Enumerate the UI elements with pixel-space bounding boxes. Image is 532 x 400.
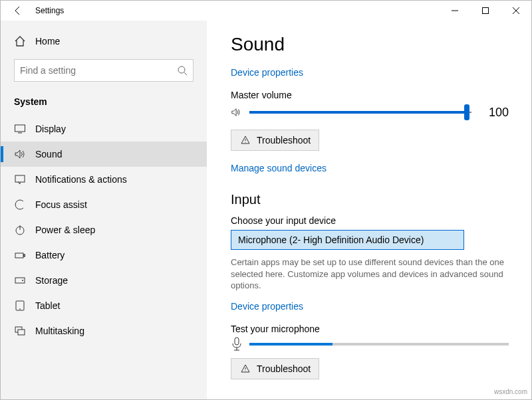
device-properties-link[interactable]: Device properties [231, 67, 303, 78]
test-mic-label: Test your microphone [231, 324, 509, 334]
window-title: Settings [33, 6, 440, 15]
page-title: Sound [231, 34, 509, 55]
button-label: Troubleshoot [257, 135, 311, 146]
svg-rect-8 [15, 175, 25, 182]
sidebar-item-label: Tablet [35, 300, 60, 311]
input-help-text: Certain apps may be set up to use differ… [231, 256, 509, 292]
close-button[interactable] [501, 1, 531, 21]
sidebar-item-label: Sound [35, 149, 62, 159]
power-icon [14, 224, 26, 236]
display-icon [14, 123, 26, 135]
sidebar-item-focus[interactable]: Focus assist [1, 192, 207, 217]
svg-rect-1 [483, 8, 489, 14]
button-label: Troubleshoot [257, 363, 311, 374]
home-icon [14, 35, 26, 47]
back-button[interactable] [3, 1, 33, 21]
maximize-button[interactable] [470, 1, 501, 21]
sidebar-item-sound[interactable]: Sound [1, 142, 207, 167]
volume-value: 100 [478, 106, 509, 120]
storage-icon [14, 274, 26, 286]
master-volume-label: Master volume [231, 90, 509, 100]
watermark: wsxdn.com [494, 388, 527, 395]
input-device-dropdown[interactable]: Microphone (2- High Definition Audio Dev… [231, 230, 464, 250]
svg-rect-11 [15, 253, 23, 258]
choose-input-label: Choose your input device [231, 215, 509, 226]
sidebar-item-notifications[interactable]: Notifications & actions [1, 167, 207, 192]
svg-line-5 [184, 72, 187, 75]
sidebar-item-label: Battery [35, 250, 65, 260]
sidebar-item-label: Multitasking [35, 326, 84, 336]
svg-point-14 [22, 280, 23, 281]
svg-rect-6 [15, 125, 25, 132]
sidebar-item-power[interactable]: Power & sleep [1, 217, 207, 243]
svg-rect-21 [235, 338, 239, 345]
svg-rect-12 [24, 254, 25, 256]
main-panel: Sound Device properties Master volume 10… [207, 21, 531, 399]
home-label: Home [35, 36, 60, 47]
volume-row: 100 [231, 104, 509, 120]
volume-slider[interactable] [249, 104, 471, 120]
home-nav[interactable]: Home [1, 30, 207, 52]
sidebar-item-label: Power & sleep [35, 225, 95, 235]
speaker-icon[interactable] [231, 106, 243, 118]
input-heading: Input [231, 192, 509, 207]
tablet-icon [14, 300, 26, 312]
notifications-icon [14, 173, 26, 185]
manage-sound-link[interactable]: Manage sound devices [231, 163, 327, 173]
sidebar-item-battery[interactable]: Battery [1, 243, 207, 268]
multitasking-icon [14, 325, 26, 337]
sidebar-item-label: Display [35, 124, 66, 134]
svg-point-25 [245, 370, 245, 371]
sidebar-item-label: Notifications & actions [35, 174, 127, 185]
window-body: Home System Display Sound [1, 21, 531, 399]
warning-icon [239, 363, 251, 375]
sound-icon [14, 148, 26, 160]
warning-icon [239, 134, 251, 146]
battery-icon [14, 249, 26, 261]
svg-point-4 [178, 66, 185, 73]
search-box[interactable] [14, 59, 194, 82]
svg-rect-18 [18, 330, 25, 335]
sidebar-item-tablet[interactable]: Tablet [1, 293, 207, 318]
sidebar-item-label: Focus assist [35, 199, 87, 210]
minimize-button[interactable] [440, 1, 470, 21]
search-icon [177, 65, 188, 76]
sidebar-item-multitasking[interactable]: Multitasking [1, 318, 207, 344]
sidebar: Home System Display Sound [1, 21, 207, 399]
settings-window: Settings Home System [0, 0, 532, 400]
svg-point-20 [245, 142, 245, 142]
sidebar-item-display[interactable]: Display [1, 116, 207, 142]
mic-test-row [231, 338, 509, 350]
microphone-icon [231, 338, 243, 350]
search-input[interactable] [20, 65, 177, 76]
dropdown-value: Microphone (2- High Definition Audio Dev… [238, 235, 424, 245]
troubleshoot-mic-button[interactable]: Troubleshoot [231, 358, 319, 379]
window-controls [440, 1, 531, 21]
titlebar: Settings [1, 1, 531, 21]
mic-level-bar [249, 343, 509, 346]
sidebar-item-label: Storage [35, 275, 68, 286]
section-header: System [1, 92, 207, 116]
troubleshoot-button[interactable]: Troubleshoot [231, 130, 319, 151]
input-device-properties-link[interactable]: Device properties [231, 301, 303, 312]
sidebar-item-storage[interactable]: Storage [1, 268, 207, 293]
focus-icon [14, 199, 26, 211]
